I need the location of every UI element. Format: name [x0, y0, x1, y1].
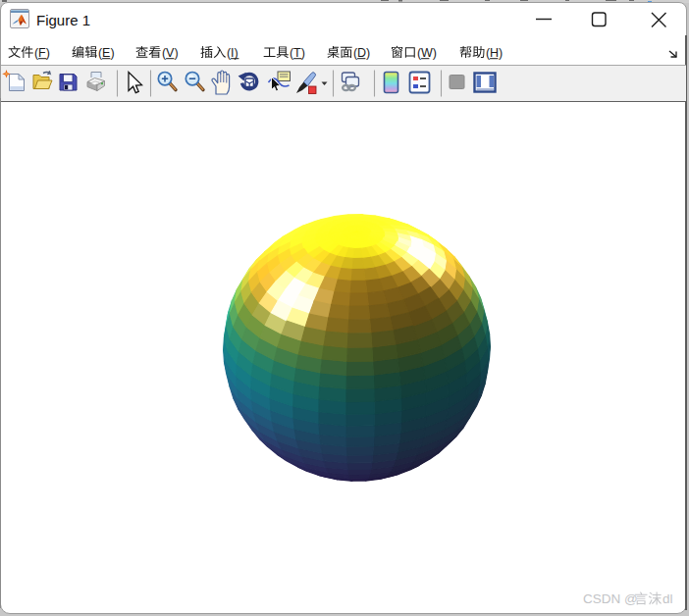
svg-text:dl: dl — [662, 591, 673, 606]
svg-text:CSDN @: CSDN @ — [583, 591, 638, 606]
